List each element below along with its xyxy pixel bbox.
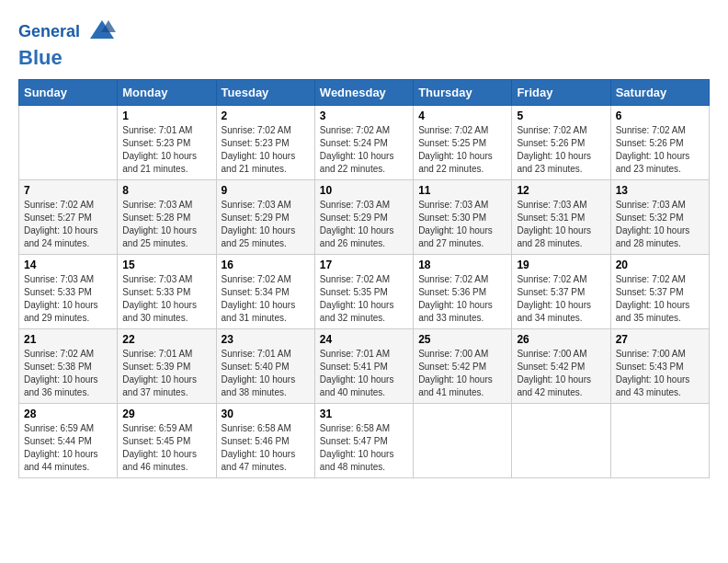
calendar-cell: 23 Sunrise: 7:01 AM Sunset: 5:40 PM Dayl… (216, 329, 314, 404)
calendar-cell (610, 404, 709, 478)
calendar-cell: 28 Sunrise: 6:59 AM Sunset: 5:44 PM Dayl… (19, 404, 118, 478)
day-number: 4 (418, 109, 506, 122)
calendar-cell: 15 Sunrise: 7:03 AM Sunset: 5:33 PM Dayl… (118, 255, 216, 329)
day-number: 30 (222, 408, 310, 420)
day-info: Sunrise: 6:59 AM Sunset: 5:44 PM Dayligh… (24, 422, 112, 474)
day-number: 29 (122, 408, 210, 420)
calendar-cell: 1 Sunrise: 7:01 AM Sunset: 5:23 PM Dayli… (118, 106, 216, 180)
calendar-header: SundayMondayTuesdayWednesdayThursdayFrid… (19, 80, 710, 106)
logo-blue: Blue (18, 46, 116, 70)
day-number: 5 (517, 109, 605, 122)
calendar-cell: 17 Sunrise: 7:02 AM Sunset: 5:35 PM Dayl… (314, 255, 413, 329)
day-number: 17 (320, 259, 408, 271)
day-info: Sunrise: 7:02 AM Sunset: 5:37 PM Dayligh… (616, 273, 704, 325)
day-info: Sunrise: 7:01 AM Sunset: 5:39 PM Dayligh… (122, 348, 210, 399)
day-info: Sunrise: 7:02 AM Sunset: 5:23 PM Dayligh… (222, 124, 310, 176)
week-row: 21 Sunrise: 7:02 AM Sunset: 5:38 PM Dayl… (19, 329, 710, 404)
header-row: SundayMondayTuesdayWednesdayThursdayFrid… (19, 80, 710, 106)
logo-text: General (18, 18, 116, 46)
day-number: 13 (616, 184, 704, 197)
day-info: Sunrise: 7:02 AM Sunset: 5:24 PM Dayligh… (320, 124, 408, 176)
logo-icon (88, 18, 116, 46)
day-number: 15 (122, 259, 210, 271)
day-number: 21 (24, 333, 112, 346)
day-number: 26 (517, 333, 605, 346)
calendar-cell: 25 Sunrise: 7:00 AM Sunset: 5:42 PM Dayl… (414, 329, 512, 404)
day-number: 23 (222, 333, 310, 346)
day-number: 20 (616, 259, 704, 271)
day-number: 1 (122, 109, 210, 122)
logo: General Blue (18, 18, 116, 70)
calendar-cell: 8 Sunrise: 7:03 AM Sunset: 5:28 PM Dayli… (118, 180, 216, 255)
day-info: Sunrise: 7:03 AM Sunset: 5:33 PM Dayligh… (122, 273, 210, 325)
header-day: Thursday (414, 80, 512, 106)
calendar-cell: 18 Sunrise: 7:02 AM Sunset: 5:36 PM Dayl… (414, 255, 512, 329)
day-number: 3 (320, 109, 408, 122)
day-info: Sunrise: 7:01 AM Sunset: 5:23 PM Dayligh… (122, 124, 210, 176)
day-number: 8 (122, 184, 210, 197)
day-info: Sunrise: 7:01 AM Sunset: 5:40 PM Dayligh… (222, 348, 310, 399)
day-info: Sunrise: 7:03 AM Sunset: 5:29 PM Dayligh… (222, 199, 310, 250)
day-info: Sunrise: 7:02 AM Sunset: 5:27 PM Dayligh… (24, 199, 112, 250)
day-number: 18 (418, 259, 506, 271)
header-day: Saturday (610, 80, 709, 106)
day-info: Sunrise: 7:03 AM Sunset: 5:33 PM Dayligh… (24, 273, 112, 325)
day-info: Sunrise: 7:02 AM Sunset: 5:26 PM Dayligh… (616, 124, 704, 176)
calendar-table: SundayMondayTuesdayWednesdayThursdayFrid… (18, 79, 710, 478)
header-day: Wednesday (314, 80, 413, 106)
day-info: Sunrise: 7:03 AM Sunset: 5:29 PM Dayligh… (320, 199, 408, 250)
logo-general: General (18, 22, 80, 40)
calendar-cell: 21 Sunrise: 7:02 AM Sunset: 5:38 PM Dayl… (19, 329, 118, 404)
day-number: 22 (122, 333, 210, 346)
calendar-cell: 9 Sunrise: 7:03 AM Sunset: 5:29 PM Dayli… (216, 180, 314, 255)
day-info: Sunrise: 7:01 AM Sunset: 5:41 PM Dayligh… (320, 348, 408, 399)
calendar-cell: 20 Sunrise: 7:02 AM Sunset: 5:37 PM Dayl… (610, 255, 709, 329)
day-info: Sunrise: 7:03 AM Sunset: 5:32 PM Dayligh… (616, 199, 704, 250)
day-number: 10 (320, 184, 408, 197)
day-info: Sunrise: 7:02 AM Sunset: 5:37 PM Dayligh… (517, 273, 605, 325)
day-number: 12 (517, 184, 605, 197)
calendar-cell: 12 Sunrise: 7:03 AM Sunset: 5:31 PM Dayl… (512, 180, 610, 255)
calendar-cell: 11 Sunrise: 7:03 AM Sunset: 5:30 PM Dayl… (414, 180, 512, 255)
week-row: 28 Sunrise: 6:59 AM Sunset: 5:44 PM Dayl… (19, 404, 710, 478)
calendar-cell: 6 Sunrise: 7:02 AM Sunset: 5:26 PM Dayli… (610, 106, 709, 180)
calendar-cell: 13 Sunrise: 7:03 AM Sunset: 5:32 PM Dayl… (610, 180, 709, 255)
header-day: Friday (512, 80, 610, 106)
calendar-cell: 31 Sunrise: 6:58 AM Sunset: 5:47 PM Dayl… (314, 404, 413, 478)
page-header: General Blue (18, 18, 710, 70)
day-number: 6 (616, 109, 704, 122)
calendar-cell: 16 Sunrise: 7:02 AM Sunset: 5:34 PM Dayl… (216, 255, 314, 329)
day-number: 14 (24, 259, 112, 271)
header-day: Tuesday (216, 80, 314, 106)
day-number: 28 (24, 408, 112, 420)
day-info: Sunrise: 7:03 AM Sunset: 5:31 PM Dayligh… (517, 199, 605, 250)
calendar-cell: 24 Sunrise: 7:01 AM Sunset: 5:41 PM Dayl… (314, 329, 413, 404)
calendar-body: 1 Sunrise: 7:01 AM Sunset: 5:23 PM Dayli… (19, 106, 710, 478)
calendar-cell: 19 Sunrise: 7:02 AM Sunset: 5:37 PM Dayl… (512, 255, 610, 329)
day-info: Sunrise: 7:00 AM Sunset: 5:43 PM Dayligh… (616, 348, 704, 399)
day-info: Sunrise: 6:58 AM Sunset: 5:46 PM Dayligh… (222, 422, 310, 474)
day-number: 31 (320, 408, 408, 420)
calendar-cell (414, 404, 512, 478)
calendar-cell: 26 Sunrise: 7:00 AM Sunset: 5:42 PM Dayl… (512, 329, 610, 404)
week-row: 7 Sunrise: 7:02 AM Sunset: 5:27 PM Dayli… (19, 180, 710, 255)
day-info: Sunrise: 7:02 AM Sunset: 5:34 PM Dayligh… (222, 273, 310, 325)
day-number: 7 (24, 184, 112, 197)
calendar-cell: 14 Sunrise: 7:03 AM Sunset: 5:33 PM Dayl… (19, 255, 118, 329)
day-info: Sunrise: 7:02 AM Sunset: 5:38 PM Dayligh… (24, 348, 112, 399)
week-row: 14 Sunrise: 7:03 AM Sunset: 5:33 PM Dayl… (19, 255, 710, 329)
calendar-cell: 2 Sunrise: 7:02 AM Sunset: 5:23 PM Dayli… (216, 106, 314, 180)
day-number: 24 (320, 333, 408, 346)
day-info: Sunrise: 7:03 AM Sunset: 5:28 PM Dayligh… (122, 199, 210, 250)
day-info: Sunrise: 7:02 AM Sunset: 5:36 PM Dayligh… (418, 273, 506, 325)
calendar-cell (512, 404, 610, 478)
calendar-cell: 22 Sunrise: 7:01 AM Sunset: 5:39 PM Dayl… (118, 329, 216, 404)
calendar-cell: 30 Sunrise: 6:58 AM Sunset: 5:46 PM Dayl… (216, 404, 314, 478)
calendar-cell: 3 Sunrise: 7:02 AM Sunset: 5:24 PM Dayli… (314, 106, 413, 180)
week-row: 1 Sunrise: 7:01 AM Sunset: 5:23 PM Dayli… (19, 106, 710, 180)
day-number: 2 (222, 109, 310, 122)
day-number: 25 (418, 333, 506, 346)
day-number: 19 (517, 259, 605, 271)
day-info: Sunrise: 7:02 AM Sunset: 5:26 PM Dayligh… (517, 124, 605, 176)
calendar-cell: 4 Sunrise: 7:02 AM Sunset: 5:25 PM Dayli… (414, 106, 512, 180)
